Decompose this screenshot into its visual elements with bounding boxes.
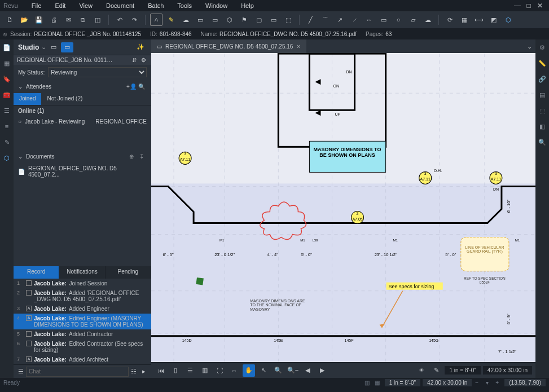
signatures-icon[interactable]: ✎ xyxy=(2,138,11,147)
dashed-rect-icon[interactable]: ⬚ xyxy=(282,14,295,26)
rect-tool-icon[interactable]: ▭ xyxy=(267,14,280,26)
sf-layout-icon[interactable]: ▦ xyxy=(372,380,383,386)
record-row[interactable]: 7AJacob Lake: Added Architect xyxy=(14,355,151,364)
sf-zoom-out-icon[interactable]: − xyxy=(472,380,482,386)
doc-tabs-dropdown-icon[interactable]: ⌄ xyxy=(523,43,535,50)
settings-icon[interactable]: ◩ xyxy=(487,14,500,26)
prev-view-icon[interactable]: ◀ xyxy=(301,364,314,377)
fit-page-icon[interactable]: ⛶ xyxy=(213,364,226,377)
text-tool-icon[interactable]: A xyxy=(150,14,162,26)
snapshot-icon[interactable]: ⧉ xyxy=(77,14,89,26)
record-row[interactable]: 4AJacob Lake: Edited Engineer (MASONRY D… xyxy=(14,314,151,329)
draw-line-icon[interactable]: ╱ xyxy=(304,14,317,26)
window-minimize[interactable]: — xyxy=(512,2,523,10)
measure-width-icon[interactable]: ⟷ xyxy=(473,14,485,26)
cloud-tool-icon[interactable]: ☁ xyxy=(179,14,192,26)
panel-magic-icon[interactable]: ✨ xyxy=(134,42,147,52)
view-mode-1-icon[interactable]: ▭ xyxy=(47,42,60,52)
email-icon[interactable]: ✉ xyxy=(62,14,74,26)
align-icon[interactable]: ▦ xyxy=(458,14,471,26)
session-options-icon[interactable]: ⚙ xyxy=(139,57,148,63)
menu-view[interactable]: View xyxy=(72,2,99,9)
layers-icon[interactable]: ≡ xyxy=(2,122,11,131)
line-tool-icon[interactable]: ▭ xyxy=(209,14,221,26)
draw-arrow-icon[interactable]: ↗ xyxy=(333,14,346,26)
window-maximize[interactable]: □ xyxy=(523,2,534,10)
chat-filter-icon[interactable]: ☷ xyxy=(129,368,139,375)
side-by-side-icon[interactable]: ▥ xyxy=(199,364,211,377)
add-doc-icon[interactable]: ⊕ xyxy=(126,153,137,160)
menu-help[interactable]: Help xyxy=(234,2,261,9)
doc-sort-icon[interactable]: ↧ xyxy=(137,153,147,160)
flag-tool-icon[interactable]: ⚑ xyxy=(238,14,251,26)
tab-not-joined[interactable]: Not Joined (2) xyxy=(41,93,88,105)
brightness-icon[interactable]: ☀ xyxy=(415,364,428,377)
studio-icon[interactable]: ⬡ xyxy=(502,14,515,26)
3d-icon[interactable]: ◧ xyxy=(538,122,547,131)
chat-send-icon[interactable]: ▸ xyxy=(139,368,149,375)
session-leave-icon[interactable]: ⎋ xyxy=(3,31,7,37)
pan-tool-icon[interactable]: ✋ xyxy=(243,364,255,377)
split-icon[interactable]: ◫ xyxy=(91,14,104,26)
cloud2-icon[interactable]: ☁ xyxy=(421,14,434,26)
gear-icon[interactable]: ⚙ xyxy=(538,43,547,52)
nav-first-icon[interactable]: ⏮ xyxy=(155,364,167,377)
menu-window[interactable]: Window xyxy=(199,2,234,9)
zoom-out-icon[interactable]: 🔍− xyxy=(287,364,299,377)
measurements-icon[interactable]: 📏 xyxy=(538,59,547,68)
tab-notifications[interactable]: Notifications xyxy=(59,266,105,279)
my-status-select[interactable]: Reviewing xyxy=(48,67,147,77)
draw-polyline-icon[interactable]: ⟋ xyxy=(348,14,361,26)
sf-panel-icon[interactable]: ▥ xyxy=(362,380,372,386)
document-tab[interactable]: ▭ REGIONAL OFFICE_DWG NO. D5 4500_07.25.… xyxy=(151,39,306,53)
print-icon[interactable]: 🖨 xyxy=(47,14,60,26)
sf-scale[interactable]: 1 in = 8'-0" xyxy=(385,379,420,386)
attendee-row[interactable]: ○ Jacob Lake - Reviewing REGIONAL OFFICE xyxy=(14,116,151,127)
drawing-canvas[interactable]: MASONRY DIMENSIONS TOBE SHOWN ON PLANS L… xyxy=(151,53,535,362)
studio-panel-icon[interactable]: ⬡ xyxy=(2,153,11,162)
symbol-tool-icon[interactable]: ▢ xyxy=(253,14,265,26)
menu-edit[interactable]: Edit xyxy=(48,2,72,9)
tab-joined[interactable]: Joined xyxy=(14,93,41,105)
rectangle-icon[interactable]: ▭ xyxy=(377,14,390,26)
record-row[interactable]: 6Jacob Lake: Edited Contractor (See spec… xyxy=(14,339,151,355)
menu-batch[interactable]: Batch xyxy=(141,2,170,9)
view-mode-2-icon[interactable]: ▭ xyxy=(61,42,73,52)
tool-chest-icon[interactable]: 🧰 xyxy=(2,90,11,99)
scale-value[interactable]: 1 in = 8'-0" xyxy=(445,366,480,375)
rotate-icon[interactable]: ⟳ xyxy=(443,14,456,26)
chat-icon[interactable]: ☰ xyxy=(16,368,26,375)
forms-icon[interactable]: ▤ xyxy=(538,90,547,99)
scale-icon[interactable]: ✎ xyxy=(430,364,442,377)
menu-tools[interactable]: Tools xyxy=(170,2,199,9)
record-row[interactable]: 5Jacob Lake: Added Contractor xyxy=(14,329,151,339)
chat-input[interactable] xyxy=(26,367,129,377)
search-icon[interactable]: 🔍 xyxy=(538,138,547,147)
dimension-icon[interactable]: ↔ xyxy=(363,14,375,26)
new-file-icon[interactable]: 🗋 xyxy=(3,14,16,26)
window-close[interactable]: ✕ xyxy=(534,2,546,10)
tab-pending[interactable]: Pending xyxy=(106,266,151,279)
menu-file[interactable]: File xyxy=(25,2,49,9)
polygon-icon[interactable]: ▱ xyxy=(407,14,419,26)
record-row[interactable]: 1Jacob Lake: Joined Session xyxy=(14,279,151,288)
undo-icon[interactable]: ↶ xyxy=(113,14,126,26)
image-tool-icon[interactable]: ▭ xyxy=(194,14,207,26)
add-attendee-icon[interactable]: +👤 xyxy=(126,83,137,90)
next-view-icon[interactable]: ▶ xyxy=(316,364,328,377)
fit-width-icon[interactable]: ↔ xyxy=(228,364,240,377)
documents-header[interactable]: ⌄ Documents ⊕ ↧ xyxy=(14,149,151,163)
highlight-tool-icon[interactable]: ✎ xyxy=(165,14,177,26)
record-row[interactable]: 2Jacob Lake: Added 'REGIONAL OFFICE _DWG… xyxy=(14,288,151,304)
file-access-icon[interactable]: 📄 xyxy=(2,43,11,52)
draw-arc-icon[interactable]: ⌒ xyxy=(319,14,331,26)
sf-dropdown-icon[interactable]: ▾ xyxy=(482,380,492,386)
panel-dropdown-icon[interactable]: ⌄ xyxy=(41,43,46,51)
zoom-tool-icon[interactable]: 🔍 xyxy=(272,364,284,377)
bookmarks-icon[interactable]: 🔖 xyxy=(2,74,11,83)
single-page-icon[interactable]: ▯ xyxy=(169,364,182,377)
document-row[interactable]: 📄 REGIONAL OFFICE_DWG NO. D5 4500_07.2..… xyxy=(14,163,151,180)
session-settings-icon[interactable]: ⇵ xyxy=(130,57,139,63)
attendees-header[interactable]: ⌄ Attendees +👤 🔍 xyxy=(14,80,151,93)
record-row[interactable]: 3AJacob Lake: Added Engineer xyxy=(14,304,151,314)
